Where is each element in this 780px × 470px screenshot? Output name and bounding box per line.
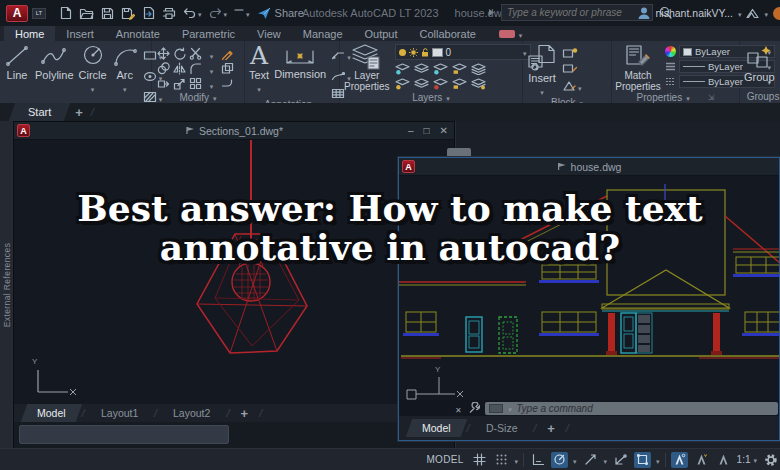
circle-tool[interactable]: Circle <box>79 44 107 94</box>
layer-on-icon[interactable] <box>395 78 411 92</box>
tab-view[interactable]: View <box>246 26 292 41</box>
notification-bubble[interactable] <box>773 7 780 20</box>
settings-gear-icon[interactable] <box>762 452 779 468</box>
object-snap-icon[interactable] <box>634 452 651 468</box>
sections-new-layout-button[interactable] <box>241 406 249 421</box>
mirror-icon[interactable] <box>173 62 186 75</box>
copy-icon[interactable] <box>157 62 170 75</box>
export-icon[interactable] <box>142 6 155 20</box>
share-button[interactable]: Share <box>257 7 304 20</box>
polar-tracking-icon[interactable] <box>551 452 568 468</box>
text-tool[interactable]: A Text <box>249 44 269 94</box>
panel-launcher-icon[interactable]: ⇲ <box>708 93 715 102</box>
match-properties-tool[interactable]: Match Properties <box>616 44 660 92</box>
layer-thaw-icon[interactable] <box>414 78 430 92</box>
move-icon[interactable] <box>157 47 170 60</box>
sections-command-line[interactable] <box>19 425 229 444</box>
snap-caret-icon[interactable] <box>515 454 519 466</box>
print-icon[interactable] <box>162 7 176 20</box>
house-window-titlebar[interactable]: A house.dwg <box>399 158 779 176</box>
panel-label-layers[interactable]: Layers <box>340 92 522 103</box>
redo-button[interactable] <box>209 7 228 19</box>
undo-button[interactable] <box>183 7 202 19</box>
circle-caret-icon[interactable] <box>91 82 95 94</box>
tab-output[interactable]: Output <box>354 26 409 41</box>
tab-manage[interactable]: Manage <box>292 26 354 41</box>
panel-label-properties[interactable]: Properties⇲ <box>612 92 739 103</box>
scale-icon[interactable] <box>173 77 186 90</box>
autodesk-triangle-icon[interactable] <box>746 8 759 19</box>
layer-properties-tool[interactable]: Layer Properties <box>344 44 390 92</box>
layer-unlock-all-icon[interactable] <box>452 78 468 92</box>
grid-display-icon[interactable] <box>471 452 488 468</box>
layer-lock-icon[interactable] <box>452 63 468 77</box>
customize-wrench-icon[interactable] <box>467 402 480 414</box>
isodraft-icon[interactable] <box>582 452 599 468</box>
array-caret-icon[interactable] <box>210 75 214 93</box>
house-tab-dsize[interactable]: D-Size <box>469 419 533 437</box>
save-icon[interactable] <box>101 7 114 20</box>
tab-collaborate[interactable]: Collaborate <box>409 26 487 41</box>
object-snap-tracking-icon[interactable] <box>612 452 629 468</box>
annotation-visibility-icon[interactable] <box>671 452 688 468</box>
annotation-scale-value[interactable]: 1:1 <box>737 454 757 465</box>
osnap-caret-icon[interactable] <box>656 454 660 466</box>
annotation-scale-icon[interactable] <box>715 452 732 468</box>
user-menu-caret-icon[interactable] <box>738 7 742 19</box>
new-file-icon[interactable] <box>59 6 72 20</box>
polar-caret-icon[interactable] <box>573 454 577 466</box>
tab-annotate[interactable]: Annotate <box>105 26 171 41</box>
create-block-icon[interactable] <box>562 47 582 59</box>
minimize-icon[interactable] <box>408 125 414 136</box>
autocad-logo[interactable]: A <box>6 5 28 22</box>
layer-off-icon[interactable] <box>395 63 411 77</box>
text-caret-icon[interactable] <box>257 82 261 94</box>
layer-prev-icon[interactable] <box>433 78 449 92</box>
layer-freeze-icon[interactable] <box>433 63 449 77</box>
save-as-icon[interactable] <box>121 7 135 20</box>
insert-caret-icon[interactable] <box>540 85 544 97</box>
dimension-tool[interactable]: Dimension <box>274 44 326 80</box>
insert-tool[interactable]: Insert <box>527 44 557 97</box>
house-tab-model[interactable]: Model <box>406 419 467 437</box>
line-tool[interactable]: Line <box>4 44 30 81</box>
edit-block-icon[interactable] <box>562 62 582 74</box>
search-expand-icon[interactable] <box>488 8 495 17</box>
command-input[interactable]: Type a command <box>485 402 778 415</box>
cancel-command-icon[interactable] <box>455 399 462 417</box>
autodesk-caret-icon[interactable] <box>764 7 768 19</box>
model-space-button[interactable]: MODEL <box>426 454 463 465</box>
external-references-palette-tab[interactable]: External References <box>0 121 13 448</box>
tab-start[interactable]: Start <box>9 103 71 121</box>
offset-icon[interactable] <box>221 62 234 75</box>
panel-label-modify[interactable]: Modify <box>152 91 244 103</box>
tab-parametric[interactable]: Parametric <box>171 26 246 41</box>
sections-tab-model[interactable]: Model <box>21 404 82 422</box>
stretch-icon[interactable] <box>157 77 170 90</box>
user-avatar-icon[interactable] <box>637 6 651 20</box>
restore-icon[interactable] <box>424 125 430 136</box>
command-history-icon[interactable] <box>489 404 503 413</box>
new-drawing-tab-button[interactable] <box>75 105 83 120</box>
open-folder-icon[interactable] <box>79 7 94 20</box>
redo-caret-icon[interactable] <box>224 7 228 19</box>
search-input[interactable] <box>507 7 647 18</box>
panel-label-groups[interactable]: Groups <box>740 89 780 103</box>
search-field[interactable] <box>501 4 653 21</box>
rotate-icon[interactable] <box>173 47 186 60</box>
trim-icon[interactable] <box>189 47 202 60</box>
layer-dropdown[interactable]: 0 <box>395 44 531 60</box>
array-icon[interactable] <box>189 77 202 90</box>
sections-tab-layout2[interactable]: Layout2 <box>157 404 227 422</box>
sections-window-titlebar[interactable]: A Sections_01.dwg* <box>14 122 454 140</box>
polyline-tool[interactable]: Polyline <box>35 44 74 81</box>
erase-icon[interactable] <box>221 47 234 60</box>
autoscale-icon[interactable] <box>693 452 710 468</box>
qat-customize-button[interactable] <box>234 7 250 19</box>
group-tool[interactable]: Group <box>744 44 775 83</box>
fillet-icon[interactable] <box>189 62 202 75</box>
ribbon-display-toggle[interactable] <box>499 26 523 41</box>
tab-insert[interactable]: Insert <box>55 26 105 41</box>
isodraft-caret-icon[interactable] <box>604 454 608 466</box>
user-name[interactable]: nishant.naikVY... <box>656 7 733 19</box>
